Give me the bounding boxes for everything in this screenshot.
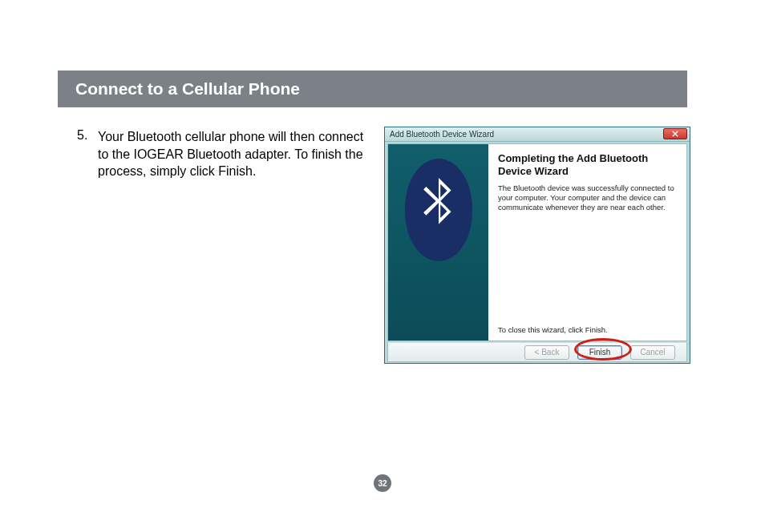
dialog-title: Add Bluetooth Device Wizard [390,130,494,139]
dialog-content: Completing the Add Bluetooth Device Wiza… [488,144,686,341]
back-button[interactable]: < Back [524,345,569,360]
close-button[interactable] [663,128,687,139]
finish-button[interactable]: Finish [577,345,622,360]
step-number: 5. [77,128,98,143]
page-number-badge: 32 [374,474,391,492]
step-text: Your Bluetooth cellular phone will then … [98,128,366,180]
page-number: 32 [378,479,387,488]
dialog-sidebar [388,144,488,341]
cancel-button[interactable]: Cancel [630,345,675,360]
section-header-bar: Connect to a Cellular Phone [58,71,687,107]
close-icon [672,131,678,137]
manual-page: Connect to a Cellular Phone 5. Your Blue… [0,0,765,532]
dialog-footnote: To close this wizard, click Finish. [498,325,608,334]
dialog-titlebar: Add Bluetooth Device Wizard [385,127,690,142]
dialog-body-text: The Bluetooth device was successfully co… [498,183,677,212]
dialog-body: Completing the Add Bluetooth Device Wiza… [387,143,687,341]
dialog-heading: Completing the Add Bluetooth Device Wiza… [498,152,677,177]
section-title: Connect to a Cellular Phone [75,79,300,99]
instruction-step: 5. Your Bluetooth cellular phone will th… [77,128,366,180]
dialog-button-row: < Back Finish Cancel [387,342,687,362]
wizard-dialog-screenshot: Add Bluetooth Device Wizard Completing t… [384,127,690,364]
bluetooth-icon [405,159,472,261]
